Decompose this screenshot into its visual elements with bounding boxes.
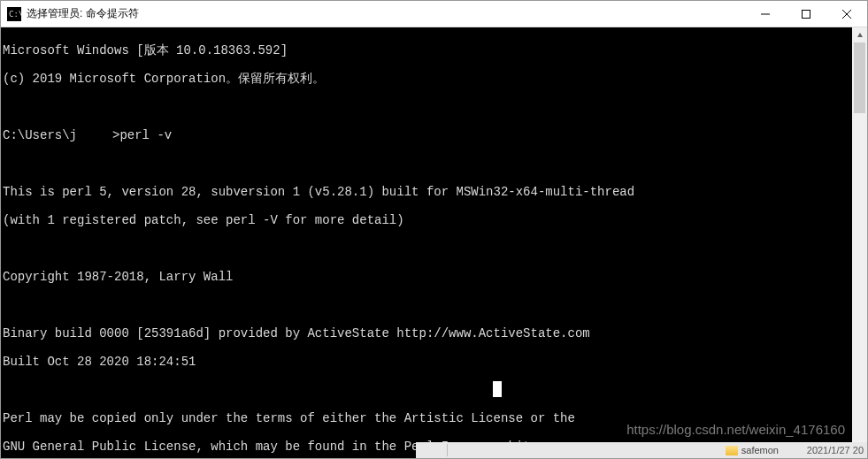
output-line: This is perl 5, version 28, subversion 1… bbox=[3, 185, 850, 199]
scroll-up-button[interactable] bbox=[852, 27, 867, 42]
output-line: (with 1 registered patch, see perl -V fo… bbox=[3, 213, 850, 227]
output-line: Built Oct 28 2020 18:24:51 bbox=[3, 355, 850, 369]
output-line bbox=[3, 157, 850, 171]
output-line bbox=[3, 298, 850, 312]
output-line: Perl may be copied only under the terms … bbox=[3, 411, 850, 425]
taskbar-peek: safemon 2021/1/27 20 bbox=[416, 442, 867, 458]
scrollbar-track[interactable] bbox=[852, 42, 867, 443]
maximize-button[interactable] bbox=[786, 1, 826, 27]
output-line bbox=[3, 100, 850, 114]
folder-label: safemon bbox=[741, 445, 779, 455]
svg-marker-6 bbox=[857, 33, 863, 37]
output-line bbox=[3, 241, 850, 256]
cmd-icon: C:\ bbox=[7, 7, 21, 21]
terminal-area: Microsoft Windows [版本 10.0.18363.592] (c… bbox=[1, 27, 867, 458]
prompt-command: >perl -v bbox=[112, 128, 172, 142]
svg-rect-3 bbox=[803, 11, 810, 19]
output-line: Copyright 1987-2018, Larry Wall bbox=[3, 270, 850, 284]
minimize-button[interactable] bbox=[745, 1, 786, 27]
cmd-window: C:\ 选择管理员: 命令提示符 Microsoft Windows [版本 1… bbox=[0, 0, 868, 459]
output-line: (c) 2019 Microsoft Corporation。保留所有权利。 bbox=[3, 72, 850, 86]
explorer-date: 2021/1/27 20 bbox=[807, 445, 864, 455]
text-caret bbox=[493, 381, 502, 397]
redacted-username bbox=[77, 130, 112, 142]
scrollbar-thumb[interactable] bbox=[854, 42, 865, 113]
output-line: Microsoft Windows [版本 10.0.18363.592] bbox=[3, 43, 850, 57]
prompt-path: C:\Users\j bbox=[3, 128, 77, 142]
vertical-scrollbar[interactable] bbox=[852, 27, 867, 458]
output-line bbox=[3, 383, 850, 397]
explorer-folder-item[interactable]: safemon bbox=[726, 445, 779, 455]
close-button[interactable] bbox=[826, 1, 867, 27]
divider bbox=[447, 444, 448, 456]
terminal-output[interactable]: Microsoft Windows [版本 10.0.18363.592] (c… bbox=[1, 27, 852, 458]
folder-icon bbox=[726, 446, 738, 455]
watermark-text: https://blog.csdn.net/weixin_4176160 bbox=[626, 423, 845, 437]
svg-text:C:\: C:\ bbox=[9, 10, 21, 19]
prompt-line: C:\Users\j>perl -v bbox=[3, 128, 850, 142]
window-title: 选择管理员: 命令提示符 bbox=[27, 6, 745, 21]
window-controls bbox=[745, 1, 867, 27]
titlebar[interactable]: C:\ 选择管理员: 命令提示符 bbox=[1, 1, 867, 27]
output-line: Binary build 0000 [25391a6d] provided by… bbox=[3, 326, 850, 340]
